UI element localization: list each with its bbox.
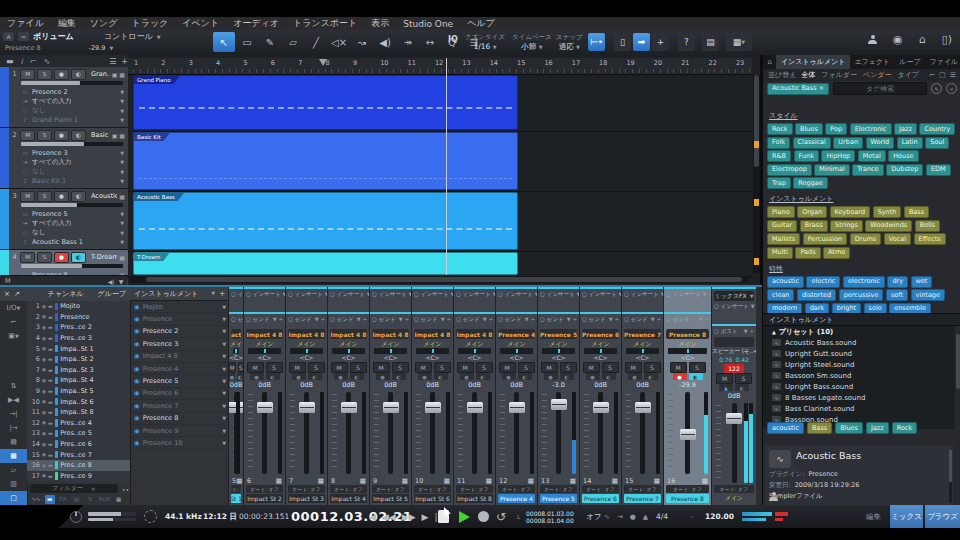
tag-chip[interactable]: Synth <box>873 206 902 218</box>
song-end-marker[interactable] <box>319 59 327 66</box>
add-icon[interactable]: + <box>703 316 709 322</box>
volume-fader[interactable] <box>714 402 754 484</box>
tag-chip[interactable]: Classical <box>793 137 831 149</box>
strip-instrument-button[interactable]: Impact 4 8 <box>414 329 451 339</box>
activate-dot-icon[interactable]: ● <box>42 410 46 415</box>
fx-bank-icon[interactable]: FX <box>58 495 68 504</box>
strip-mute-button[interactable]: M <box>247 362 264 373</box>
talkback-button[interactable]: ◐ <box>735 384 749 391</box>
strip-volume-value[interactable]: 0dB <box>496 381 537 390</box>
time-signature[interactable]: 4/4 <box>656 512 668 521</box>
filter-option-3[interactable]: タイプ <box>897 70 919 80</box>
strip-solo-button[interactable]: S <box>735 373 752 384</box>
tag-chip[interactable]: Percussion <box>803 233 848 245</box>
strip-monitor-button[interactable]: ◐ <box>308 373 322 380</box>
add-icon[interactable]: + <box>319 316 325 322</box>
chevron-down-icon[interactable]: ▼ <box>222 428 226 434</box>
fader-handle[interactable] <box>383 402 399 413</box>
menu-item-3[interactable]: トラック <box>124 17 175 30</box>
bypass-icon[interactable]: ○ <box>582 291 587 297</box>
mixfx-select[interactable]: ミックスFX▼ <box>714 291 754 301</box>
channel-list-row[interactable]: 4●▬Pres..ce 3 <box>27 333 130 344</box>
track-volume-slider[interactable] <box>21 81 123 85</box>
wrench-icon[interactable]: ⌐ <box>0 315 27 329</box>
strip-record-button[interactable]: ● <box>418 373 432 380</box>
clear-tags-icon[interactable]: × <box>946 83 957 94</box>
browser-tab-2[interactable]: ループ <box>895 55 925 69</box>
bypass-icon[interactable]: ○ <box>540 316 545 322</box>
list-icon[interactable]: ☰ <box>950 71 956 79</box>
result-tag-chip[interactable]: Rock <box>892 422 918 434</box>
strip-instrument-button[interactable]: Impact 4 8 <box>246 329 283 339</box>
film-view-button[interactable]: ▤ <box>702 33 719 51</box>
channel-list-row[interactable]: 10●▬Impa..St 6 <box>27 396 130 407</box>
tag-chip[interactable]: Country <box>919 123 955 135</box>
horizontal-scrollbar[interactable] <box>130 276 748 283</box>
chevron-down-icon[interactable]: ▼ <box>109 45 113 51</box>
home-icon[interactable]: ⌂ <box>919 33 926 46</box>
mute-button[interactable]: M <box>20 191 35 202</box>
browser-tab-0[interactable]: インストゥルメント <box>776 55 849 69</box>
follow-button[interactable]: ➡ <box>633 33 650 51</box>
strip-record-button[interactable]: ● <box>544 373 558 380</box>
preset-item[interactable]: ∿Upright Gutt.sound <box>763 348 960 359</box>
preset-scrollbar[interactable] <box>955 326 960 429</box>
browse-view-button[interactable]: ブラウズ <box>925 505 960 528</box>
chevron-down-icon[interactable]: ▼ <box>120 117 124 123</box>
bypass-icon[interactable]: ○ <box>372 316 377 322</box>
close-icon[interactable]: × <box>4 290 10 298</box>
strip-instrument-button[interactable]: Presence 5 <box>540 329 577 339</box>
speaker-icon[interactable]: ◀) <box>108 278 115 285</box>
add-icon[interactable]: + <box>571 316 577 322</box>
strip-volume-value[interactable]: 0dB <box>328 381 369 390</box>
monitor-button[interactable]: ◐ <box>71 130 86 141</box>
strip-monitor-button[interactable]: ◐ <box>266 373 280 380</box>
strip-output-label[interactable]: メイン <box>580 340 621 348</box>
tag-chip[interactable]: Urban <box>833 137 863 149</box>
track-list-icon[interactable]: ▬ <box>6 57 14 66</box>
chevron-down-icon[interactable]: ▼ <box>119 278 124 285</box>
strip-name-label[interactable]: Presence 4 <box>498 494 535 503</box>
tag-chip[interactable]: World <box>866 137 895 149</box>
strip-volume-value[interactable]: 0dB <box>412 381 453 390</box>
result-tag-chip[interactable]: acoustic <box>767 422 804 434</box>
tag-chip[interactable]: Metal <box>858 150 886 162</box>
track-lane[interactable]: Basic Kit <box>128 132 752 192</box>
mixer-strip[interactable]: ○インサート▼ +○センド▼ +Presence 5メイン<C>MS●◐-3.0… <box>537 287 579 505</box>
track-header[interactable]: 3MS●◐Acoustic Bass▦▭Presence 5▼⇥すべての入力▼◌… <box>0 189 128 250</box>
filter-option-0[interactable]: 全体 <box>801 70 815 80</box>
automation-curve-icon[interactable]: ∿ <box>44 57 51 66</box>
bypass-icon[interactable]: ○ <box>624 291 629 297</box>
activate-dot-icon[interactable]: ● <box>42 367 46 372</box>
power-icon[interactable]: ◉ <box>134 414 140 422</box>
play-button[interactable] <box>459 505 470 528</box>
mixer-strip[interactable]: ○インサート▼ +○センド▼ +Presence 8メイン<C>MS●◐-29.… <box>663 287 711 505</box>
strip-mute-button[interactable]: M <box>331 362 348 373</box>
tag-chip[interactable]: Bass <box>904 206 929 218</box>
power-icon[interactable]: ◉ <box>134 352 140 360</box>
snap-toggle-button[interactable]: ⊢• <box>588 33 605 51</box>
strip-record-button[interactable]: ● <box>460 373 474 380</box>
tag-chip[interactable]: Pop <box>825 123 847 135</box>
preset-group-row[interactable]: ▲プリセット (10) <box>763 326 960 337</box>
aux-bank-icon[interactable]: AUX <box>99 495 111 504</box>
mixer-strip[interactable]: ○インサート▼ +○センド▼ +Impact 4 8メイン<C>MS●◐0dB1… <box>411 287 453 505</box>
strip-record-button[interactable]: ● <box>673 373 687 380</box>
strip-output-label[interactable]: メイン <box>328 340 369 348</box>
home-tab-icon[interactable]: ⌂ <box>763 55 776 69</box>
channel-filter-input[interactable]: フィルター× <box>30 484 118 493</box>
pan-control[interactable] <box>668 348 707 354</box>
activate-dot-icon[interactable]: ● <box>42 463 46 468</box>
trim-icon[interactable]: ⇅ <box>0 379 27 393</box>
strip-monitor-button[interactable]: ◐ <box>602 373 616 380</box>
grid-settings-button[interactable]: ▦ ▼ <box>726 33 752 51</box>
strip-mute-button[interactable]: M <box>583 362 600 373</box>
filter-option-2[interactable]: ベンダー <box>863 70 892 80</box>
power-icon[interactable]: ◉ <box>134 439 140 447</box>
monitor-button[interactable]: ◐ <box>71 191 86 202</box>
input-channels-icon[interactable]: →| <box>0 407 27 421</box>
automation-mode-button[interactable]: オート: オフ <box>624 485 661 493</box>
channel-list-row[interactable]: 5●▬Impa..St 1 <box>27 343 130 354</box>
tag-chip[interactable]: Jazz <box>894 123 917 135</box>
strip-volume-value[interactable]: -29.9 <box>664 381 711 390</box>
